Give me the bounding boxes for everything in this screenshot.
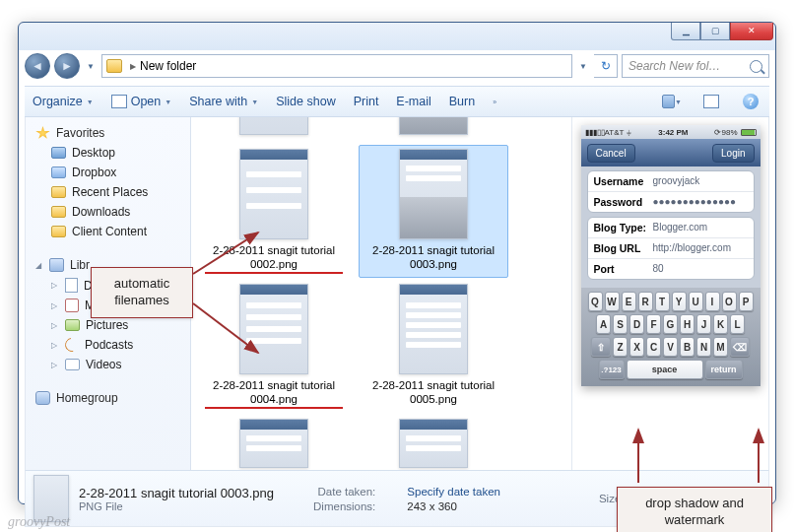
expand-icon: ▷ xyxy=(51,321,57,330)
star-icon xyxy=(35,126,50,140)
documents-icon xyxy=(65,278,78,293)
thumbnail-image xyxy=(239,117,308,135)
keyboard-key: H xyxy=(680,314,695,334)
open-button[interactable]: Open▼ xyxy=(111,95,172,108)
minimize-button[interactable]: ▁ xyxy=(671,23,700,40)
keyboard-key: I xyxy=(705,292,720,311)
keyboard-key: K xyxy=(713,314,728,334)
titlebar: ▁ ▢ ✕ xyxy=(19,23,775,50)
refresh-button[interactable]: ↻ xyxy=(594,54,618,78)
arrow-annotation xyxy=(749,426,768,489)
file-name: 2-28-2011 snagit tutorial 0005.png xyxy=(364,378,502,407)
arrow-annotation xyxy=(629,426,648,489)
expand-icon: ▷ xyxy=(51,341,57,350)
organize-button[interactable]: Organize▼ xyxy=(33,95,94,108)
nav-item-podcasts[interactable]: ▷Podcasts xyxy=(30,335,186,355)
preview-image: ▮▮▮▯▯ AT&T⏚ 3:42 PM ⟳ 98% Cancel Login U… xyxy=(581,125,761,386)
chevron-right-icon: » xyxy=(493,99,496,105)
keyboard-key: M xyxy=(713,337,728,357)
expand-icon: ▷ xyxy=(51,281,57,290)
nav-item-downloads[interactable]: Downloads xyxy=(30,202,186,222)
close-button[interactable]: ✕ xyxy=(730,23,773,40)
address-bar: ◄ ► ▼ ▶ New folder ▼ ↻ Search New fol… xyxy=(25,50,769,82)
share-with-button[interactable]: Share with▼ xyxy=(189,95,258,108)
nav-item-dropbox[interactable]: Dropbox xyxy=(30,163,186,182)
pictures-icon xyxy=(65,319,80,331)
nav-history-dropdown[interactable]: ▼ xyxy=(84,55,98,77)
keyboard-key: B xyxy=(680,337,695,357)
arrow-annotation xyxy=(193,303,272,366)
file-thumb[interactable]: 2-28-2011 snagit tutorial 0005.png xyxy=(359,280,508,413)
file-thumb[interactable] xyxy=(359,117,508,143)
cancel-button: Cancel xyxy=(587,144,635,163)
keyboard-key: Q xyxy=(588,292,603,311)
slideshow-button[interactable]: Slide show xyxy=(276,95,335,108)
folder-icon xyxy=(51,226,66,237)
numeric-key: .?123 xyxy=(599,360,625,379)
keyboard-key: W xyxy=(605,292,620,311)
nav-item-desktop[interactable]: Desktop xyxy=(30,143,186,163)
nav-item-recent-places[interactable]: Recent Places xyxy=(30,182,186,202)
chevron-right-icon: ▶ xyxy=(130,62,136,71)
libraries-icon xyxy=(49,258,64,272)
breadcrumb-folder[interactable]: New folder xyxy=(140,59,196,73)
date-taken-field[interactable]: Specify date taken xyxy=(407,486,500,498)
file-thumb[interactable] xyxy=(359,415,508,471)
svg-line-1 xyxy=(193,303,258,353)
podcasts-icon xyxy=(62,335,81,354)
callout-filenames: automatic filenames xyxy=(91,267,193,318)
nav-item-client-content[interactable]: Client Content xyxy=(30,222,186,241)
search-placeholder: Search New fol… xyxy=(629,59,720,73)
keyboard-key: J xyxy=(696,314,711,334)
preview-pane-button[interactable] xyxy=(700,92,722,111)
chevron-down-icon: ▼ xyxy=(251,99,258,105)
nav-homegroup-header[interactable]: Homegroup xyxy=(30,388,186,408)
details-filename: 2-28-2011 snagit tutorial 0003.png xyxy=(79,486,274,500)
keyboard-key: R xyxy=(638,292,653,311)
keyboard-key: N xyxy=(696,337,711,357)
nav-item-videos[interactable]: ▷Videos xyxy=(30,355,186,374)
file-thumb[interactable] xyxy=(199,415,349,471)
keyboard-key: F xyxy=(646,314,661,334)
view-options-button[interactable]: ▼ xyxy=(661,92,683,111)
file-thumb[interactable] xyxy=(199,117,349,143)
phone-navbar: Cancel Login xyxy=(581,139,761,166)
keyboard-key: C xyxy=(646,337,661,357)
folder-icon xyxy=(51,186,66,198)
file-list[interactable]: 2-28-2011 snagit tutorial 0002.png 2-28-… xyxy=(191,117,571,470)
keyboard-key: O xyxy=(722,292,737,311)
phone-keyboard: QWERTYUIOP ASDFGHJKL ⇧ ZXCVBNM ⌫ .?123 s… xyxy=(581,288,761,386)
burn-button[interactable]: Burn xyxy=(449,95,475,108)
keyboard-key: D xyxy=(629,314,644,334)
email-button[interactable]: E-mail xyxy=(396,95,430,108)
keyboard-key: T xyxy=(655,292,670,311)
nav-item-pictures[interactable]: ▷Pictures xyxy=(30,315,186,335)
videos-icon xyxy=(65,359,80,370)
expand-icon: ▷ xyxy=(51,301,57,310)
phone-statusbar: ▮▮▮▯▯ AT&T⏚ 3:42 PM ⟳ 98% xyxy=(581,125,761,139)
nav-favorites-header[interactable]: Favorites xyxy=(30,123,186,143)
file-thumb-selected[interactable]: 2-28-2011 snagit tutorial 0003.png xyxy=(359,145,508,278)
keyboard-key: P xyxy=(739,292,754,311)
search-input[interactable]: Search New fol… xyxy=(622,54,769,78)
nav-back-button[interactable]: ◄ xyxy=(25,53,50,79)
desktop-icon xyxy=(51,147,66,159)
toolbar: Organize▼ Open▼ Share with▼ Slide show P… xyxy=(25,86,769,117)
breadcrumb[interactable]: ▶ New folder xyxy=(101,54,572,78)
print-button[interactable]: Print xyxy=(354,95,379,108)
preview-pane: ▮▮▮▯▯ AT&T⏚ 3:42 PM ⟳ 98% Cancel Login U… xyxy=(571,117,768,470)
expand-icon: ▷ xyxy=(51,361,57,369)
battery-icon xyxy=(741,129,757,136)
toolbar-overflow-button[interactable]: » xyxy=(493,99,496,105)
callout-shadow: drop shadow and watermark xyxy=(617,487,772,532)
backspace-key: ⌫ xyxy=(730,337,750,357)
chevron-down-icon: ▼ xyxy=(165,99,171,105)
breadcrumb-dropdown[interactable]: ▼ xyxy=(576,55,590,77)
music-icon xyxy=(65,299,79,312)
arrow-annotation xyxy=(193,227,272,260)
keyboard-key: S xyxy=(613,314,628,334)
nav-forward-button[interactable]: ► xyxy=(54,53,80,79)
view-icon xyxy=(662,95,675,108)
help-button[interactable]: ? xyxy=(740,92,761,111)
maximize-button[interactable]: ▢ xyxy=(700,23,730,40)
